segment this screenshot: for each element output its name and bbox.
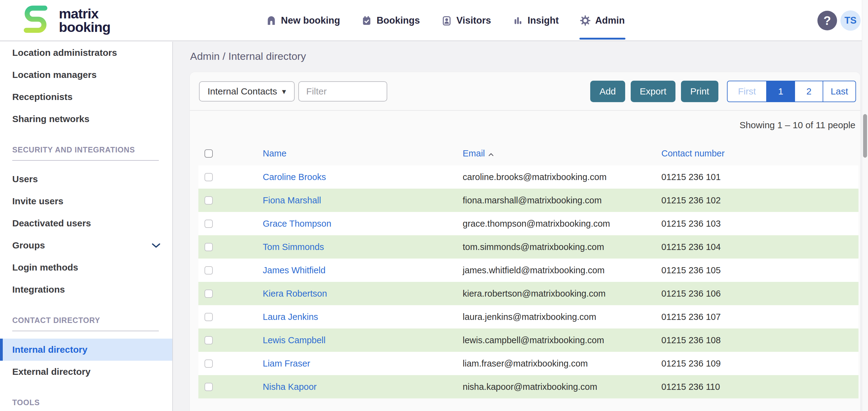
contact-name-link[interactable]: Tom Simmonds (263, 242, 324, 252)
sidebar-item-deactivated-users[interactable]: Deactivated users (0, 212, 172, 234)
sidebar-group: Location administratorsLocation managers… (0, 42, 172, 130)
nav-item-insight[interactable]: Insight (513, 0, 559, 41)
row-checkbox[interactable] (205, 290, 213, 298)
row-checkbox[interactable] (205, 173, 213, 181)
contact-name-link[interactable]: Grace Thompson (263, 219, 332, 229)
row-checkbox[interactable] (205, 219, 213, 228)
contact-email: liam.fraser@matrixbooking.com (457, 358, 655, 369)
nav-item-new-booking[interactable]: New booking (266, 0, 340, 41)
primary-nav: New bookingBookingsVisitorsInsightAdmin (266, 0, 625, 41)
contact-number: 01215 236 102 (655, 195, 859, 206)
sidebar-item-label: Sharing networks (12, 114, 90, 124)
filter-input[interactable] (298, 81, 387, 101)
help-button[interactable]: ? (817, 11, 837, 30)
directory-toolbar: Internal Contacts ▾ Add Export Print Fir… (190, 72, 860, 110)
contact-email: laura.jenkins@matrixbooking.com (457, 312, 655, 322)
row-checkbox[interactable] (205, 196, 213, 205)
pagination: First12Last (727, 81, 856, 102)
contact-name-link[interactable]: James Whitfield (263, 265, 326, 275)
nav-item-admin[interactable]: Admin (580, 0, 625, 41)
row-checkbox[interactable] (205, 243, 213, 251)
row-checkbox-cell (198, 219, 257, 228)
sidebar-item-label: External directory (12, 366, 90, 377)
contacts-table: NameEmailContact numberCaroline Brooksca… (198, 141, 859, 399)
top-navigation-bar: matrix booking New bookingBookingsVisito… (0, 0, 868, 41)
column-header-email[interactable]: Email (457, 148, 655, 158)
table-row: James Whitfieldjames.whitfield@matrixboo… (198, 259, 859, 282)
contact-name-link[interactable]: Lewis Campbell (263, 335, 326, 345)
nav-item-label: Visitors (456, 15, 491, 26)
contact-name-cell: Laura Jenkins (257, 312, 457, 322)
contact-email: kiera.robertson@matrixbooking.com (457, 289, 655, 299)
row-checkbox[interactable] (205, 383, 213, 391)
contact-number: 01215 236 104 (655, 242, 859, 252)
matrix-booking-logo[interactable]: matrix booking (19, 4, 111, 37)
sidebar-section-divider (12, 160, 159, 161)
row-checkbox-cell (198, 383, 257, 391)
export-button[interactable]: Export (631, 81, 676, 102)
breadcrumb-admin[interactable]: Admin (190, 50, 220, 62)
sidebar-item-label: Groups (12, 240, 45, 251)
vertical-scrollbar-track[interactable] (862, 0, 868, 411)
sidebar-section-heading-security-and-integrations: SECURITY AND INTEGRATIONS (0, 144, 172, 156)
contact-number: 01215 236 108 (655, 335, 859, 345)
row-checkbox[interactable] (205, 266, 213, 274)
add-button[interactable]: Add (590, 81, 625, 102)
contact-number: 01215 236 109 (655, 358, 859, 369)
contacts-type-dropdown[interactable]: Internal Contacts ▾ (199, 81, 294, 101)
sidebar-item-location-administrators[interactable]: Location administrators (0, 42, 172, 64)
sidebar-section-heading-tools: TOOLS (0, 396, 172, 409)
sidebar-item-internal-directory[interactable]: Internal directory (0, 339, 172, 361)
sidebar-item-login-methods[interactable]: Login methods (0, 257, 172, 278)
sidebar-item-users[interactable]: Users (0, 168, 172, 190)
calendar-check-icon (362, 15, 372, 26)
contact-name-cell: Liam Fraser (257, 358, 457, 369)
sidebar-item-label: Internal directory (12, 345, 87, 355)
sidebar-section-divider (12, 331, 159, 331)
brand-wordmark: matrix booking (59, 7, 111, 34)
sidebar-item-external-directory[interactable]: External directory (0, 361, 172, 383)
row-checkbox-cell (198, 196, 257, 205)
user-avatar[interactable]: TS (840, 10, 861, 31)
home-icon (266, 15, 276, 26)
contact-email: caroline.brooks@matrixbooking.com (457, 172, 655, 182)
pagination-page-2[interactable]: 2 (795, 81, 823, 101)
contact-name-link[interactable]: Nisha Kapoor (263, 382, 317, 392)
caret-down-icon: ▾ (282, 87, 286, 95)
print-button[interactable]: Print (681, 81, 718, 102)
sidebar-item-receptionists[interactable]: Receptionists (0, 86, 172, 108)
contact-name-link[interactable]: Laura Jenkins (263, 312, 318, 322)
nav-item-label: Admin (595, 15, 625, 26)
row-checkbox[interactable] (205, 313, 213, 321)
nav-item-bookings[interactable]: Bookings (362, 0, 420, 41)
sidebar-item-label: Deactivated users (12, 218, 91, 229)
pagination-last[interactable]: Last (823, 81, 856, 101)
contact-email: fiona.marshall@matrixbooking.com (457, 195, 655, 206)
contact-name-link[interactable]: Caroline Brooks (263, 172, 326, 182)
row-checkbox[interactable] (205, 336, 213, 345)
sidebar-item-groups[interactable]: Groups (0, 234, 172, 257)
contact-number: 01215 236 103 (655, 219, 859, 229)
row-checkbox-cell (198, 266, 257, 274)
sidebar-item-sharing-networks[interactable]: Sharing networks (0, 108, 172, 130)
contact-name-link[interactable]: Liam Fraser (263, 358, 310, 369)
contact-email: james.whitfield@matrixbooking.com (457, 265, 655, 275)
pagination-first[interactable]: First (727, 81, 766, 101)
contact-email: lewis.campbell@matrixbooking.com (457, 335, 655, 345)
column-header-name[interactable]: Name (257, 148, 457, 158)
contacts-type-dropdown-label: Internal Contacts (208, 86, 277, 97)
sidebar-item-location-managers[interactable]: Location managers (0, 64, 172, 86)
contact-name-link[interactable]: Fiona Marshall (263, 195, 321, 205)
pagination-page-1[interactable]: 1 (766, 81, 795, 101)
row-checkbox[interactable] (205, 359, 213, 368)
contact-name-link[interactable]: Kiera Robertson (263, 289, 327, 298)
select-all-checkbox[interactable] (205, 149, 213, 158)
nav-item-label: Bookings (376, 15, 420, 26)
column-header-contact-number[interactable]: Contact number (655, 148, 859, 158)
nav-item-visitors[interactable]: Visitors (441, 0, 491, 41)
sidebar-item-invite-users[interactable]: Invite users (0, 190, 172, 212)
contact-name-cell: James Whitfield (257, 265, 457, 275)
table-row: Liam Fraserliam.fraser@matrixbooking.com… (198, 352, 859, 375)
vertical-scrollbar-thumb[interactable] (863, 114, 867, 158)
sidebar-item-integrations[interactable]: Integrations (0, 278, 172, 301)
